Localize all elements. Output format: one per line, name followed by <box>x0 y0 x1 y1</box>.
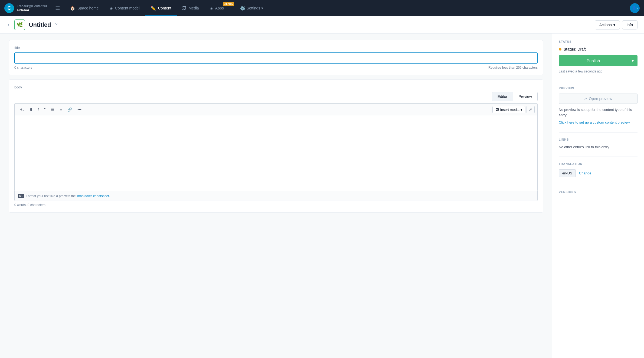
md-badge: M↓ <box>18 194 24 198</box>
nav-item-label: Media <box>189 6 199 10</box>
nav-item-media[interactable]: 🖼 Media <box>177 0 204 16</box>
actions-chevron-icon: ▾ <box>613 23 615 27</box>
help-icon[interactable]: ? <box>55 22 58 28</box>
nav-item-content[interactable]: ✏️ Content <box>145 0 177 16</box>
bold-icon: B <box>30 107 32 112</box>
editor-toolbar: H↓ B I " ☰ ≡ <box>14 103 538 115</box>
preview-section-title: PREVIEW <box>559 87 638 90</box>
entry-header: ‹ 🌿 Untitled ? Actions ▾ Info <box>0 16 644 34</box>
toolbar-heading-button[interactable]: H↓ <box>17 106 26 113</box>
preview-note: No preview is set up for the content typ… <box>559 107 638 118</box>
content-wrapper: ‹ 🌿 Untitled ? Actions ▾ Info title 0 ch… <box>0 16 644 358</box>
links-section-title: LINKS <box>559 138 638 141</box>
publish-dropdown-button[interactable]: ▾ <box>628 55 638 66</box>
toolbar-ol-button[interactable]: ≡ <box>58 106 64 113</box>
status-row: Status: Draft <box>559 47 638 51</box>
toolbar-more-button[interactable]: ••• <box>75 106 84 113</box>
entry-header-left: ‹ 🌿 Untitled ? <box>6 19 58 30</box>
brand-area: C Frederik@Contentful sidebar <box>4 3 53 13</box>
space-name: sidebar <box>17 8 47 12</box>
last-saved: Last saved a few seconds ago <box>559 69 638 73</box>
editor-tabs: Editor Preview <box>492 92 538 101</box>
heading-icon: H↓ <box>19 107 24 112</box>
toolbar-italic-button[interactable]: I <box>35 106 41 113</box>
italic-icon: I <box>38 107 39 112</box>
open-preview-button[interactable]: ↗ Open preview <box>559 94 638 104</box>
publish-button[interactable]: Publish <box>559 55 628 66</box>
status-dot <box>559 48 561 51</box>
nav-item-space-home[interactable]: 🏠 Space home <box>64 0 104 16</box>
entry-header-right: Actions ▾ Info <box>595 20 638 29</box>
word-count: 0 words, 0 characters <box>14 203 538 207</box>
char-limit: Requires less than 256 characters <box>488 66 538 69</box>
publish-row: Publish ▾ <box>559 55 638 66</box>
avatar-dropdown-icon: ▾ <box>636 7 638 10</box>
status-label: Status: <box>564 47 576 51</box>
divider-4 <box>559 185 638 185</box>
title-input[interactable] <box>14 52 538 64</box>
nav-item-label: Space home <box>77 6 99 10</box>
nav-items: 🏠 Space home ◈ Content model ✏️ Content … <box>64 0 630 16</box>
status-section-title: STATUS <box>559 40 638 43</box>
divider-2 <box>559 132 638 132</box>
user-avatar[interactable]: 👤 ▾ <box>630 3 640 13</box>
expand-button[interactable]: ⤢ <box>527 106 535 113</box>
markdown-cheatsheet-link[interactable]: markdown cheatsheet. <box>77 194 110 198</box>
quote-icon: " <box>44 107 45 112</box>
info-button[interactable]: Info <box>622 20 638 29</box>
insert-media-button[interactable]: 🖼 Insert media ▾ <box>492 106 525 113</box>
ol-icon: ≡ <box>60 107 62 112</box>
status-section: STATUS Status: Draft Publish ▾ Last save… <box>559 40 638 73</box>
nav-item-label: Content model <box>115 6 140 10</box>
brand-logo: C <box>4 3 14 13</box>
body-field-group: body Editor Preview H↓ B I <box>9 79 543 213</box>
settings-icon: ⚙️ <box>240 6 246 11</box>
sidebar: STATUS Status: Draft Publish ▾ Last save… <box>552 34 644 358</box>
editor-body[interactable] <box>14 115 538 191</box>
translation-section-title: TRANSLATION <box>559 162 638 165</box>
nav-item-label: Content <box>158 6 171 10</box>
title-field-group: title 0 characters Requires less than 25… <box>9 40 543 75</box>
settings-arrow-icon: ▾ <box>261 6 263 10</box>
divider-1 <box>559 81 638 81</box>
tab-editor[interactable]: Editor <box>492 92 513 101</box>
markdown-hint: M↓ Format your text like a pro with the … <box>14 191 538 201</box>
top-navigation: C Frederik@Contentful sidebar ☰ 🏠 Space … <box>0 0 644 16</box>
main-layout: title 0 characters Requires less than 25… <box>0 34 644 358</box>
nav-item-apps[interactable]: ◈ Apps ALPHA <box>204 0 235 16</box>
tab-preview[interactable]: Preview <box>513 92 537 101</box>
avatar-icon: 👤 <box>632 6 636 10</box>
editor-area: title 0 characters Requires less than 25… <box>0 34 552 358</box>
actions-button[interactable]: Actions ▾ <box>595 20 620 29</box>
status-value: Draft <box>577 47 586 51</box>
link-icon: 🔗 <box>67 107 72 112</box>
status-text: Status: Draft <box>564 47 586 51</box>
nav-item-label: Apps <box>215 6 224 10</box>
change-locale-link[interactable]: Change <box>579 171 591 175</box>
preview-section: PREVIEW ↗ Open preview No preview is set… <box>559 87 638 125</box>
toolbar-bold-button[interactable]: B <box>27 106 34 113</box>
home-icon: 🏠 <box>70 6 75 11</box>
locale-badge: en-US <box>559 169 576 177</box>
toolbar-link-button[interactable]: 🔗 <box>65 106 74 113</box>
alpha-badge: ALPHA <box>223 2 234 6</box>
media-icon: 🖼 <box>182 6 187 11</box>
translation-row: en-US Change <box>559 169 638 177</box>
toolbar-ul-button[interactable]: ☰ <box>49 106 57 113</box>
versions-section-title: VERSIONS <box>559 190 638 194</box>
title-field-footer: 0 characters Requires less than 256 char… <box>14 66 538 69</box>
title-field-label: title <box>14 46 538 50</box>
nav-item-settings[interactable]: ⚙️ Settings ▾ <box>235 0 269 16</box>
back-button[interactable]: ‹ <box>6 21 11 29</box>
external-link-icon: ↗ <box>584 97 587 101</box>
nav-item-content-model[interactable]: ◈ Content model <box>104 0 145 16</box>
preview-setup-link[interactable]: Click here to set up a custom content pr… <box>559 120 630 124</box>
brand-text: Frederik@Contentful sidebar <box>17 4 47 12</box>
publish-dropdown-icon: ▾ <box>632 59 634 63</box>
content-icon: ✏️ <box>151 6 156 11</box>
translation-section: TRANSLATION en-US Change <box>559 162 638 177</box>
hamburger-button[interactable]: ☰ <box>53 3 62 14</box>
apps-icon: ◈ <box>210 6 213 11</box>
entry-title: Untitled <box>29 21 51 28</box>
toolbar-quote-button[interactable]: " <box>42 106 48 113</box>
